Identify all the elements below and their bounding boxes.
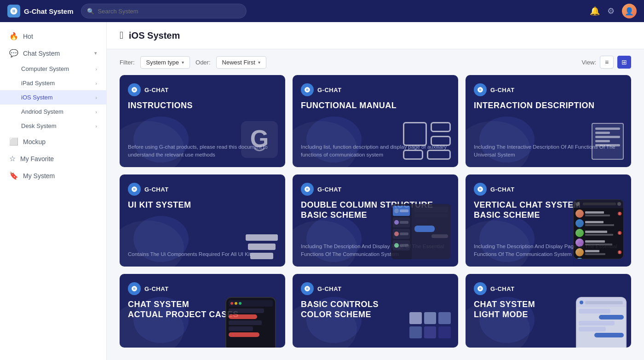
card-title-interaction: INTERACTION DESCRIPTION: [474, 101, 623, 111]
chevron-down-icon: ▾: [94, 50, 97, 56]
list-view-icon: ≡: [605, 58, 609, 66]
sidebar-item-desk-system[interactable]: Desk System ›: [0, 119, 106, 133]
sidebar-item-ipad-system-label: iPad System: [21, 80, 55, 87]
card-visual-chat-light: [576, 297, 631, 348]
dropdown-arrow-icon: ▾: [182, 60, 184, 65]
card-brand-name-basic-controls: G-CHAT: [317, 285, 342, 292]
card-title-functional: FUNCTIONAL MANUAL: [301, 101, 450, 111]
order-label: Oder:: [196, 59, 211, 66]
grid-view-button[interactable]: ⊞: [617, 56, 631, 69]
search-input[interactable]: [98, 8, 241, 15]
chat-system-icon: 💬: [9, 49, 18, 58]
brand-icon-ui-kit: [128, 183, 141, 196]
grid-view-icon: ⊞: [621, 58, 627, 66]
filter-label: Filter:: [120, 59, 135, 66]
brand-icon-basic-controls: [301, 282, 314, 295]
sidebar: 🔥 Hot 💬 Chat System ▾ Computer System › …: [0, 22, 107, 360]
brand-logo[interactable]: G-Chat System: [7, 5, 74, 17]
filter-type-button[interactable]: System type ▾: [140, 56, 190, 69]
card-chat-actual[interactable]: G-CHAT CHAT SYSTEM ACTUAL PROJECT CASES: [120, 274, 285, 348]
card-title-instructions: INSTRUCTIONS: [128, 101, 277, 111]
sidebar-item-ipad-system[interactable]: iPad System ›: [0, 76, 106, 90]
card-brand-instructions: G-CHAT: [128, 83, 277, 96]
card-brand-double-col: G-CHAT: [301, 183, 450, 196]
brand-icon-functional: [301, 83, 314, 96]
card-visual-basic-controls: [409, 312, 451, 338]
filter-type-label: System type: [146, 59, 179, 66]
settings-icon[interactable]: ⚙: [607, 6, 615, 16]
card-visual-instructions: G: [241, 121, 278, 160]
card-brand-name-chat-actual: G-CHAT: [144, 285, 169, 292]
chevron-right-icon-5: ›: [95, 123, 97, 129]
sidebar-item-ios-system[interactable]: iOS System ›: [0, 90, 106, 105]
main-layout: 🔥 Hot 💬 Chat System ▾ Computer System › …: [0, 22, 644, 360]
sidebar-item-hot[interactable]: 🔥 Hot: [0, 28, 106, 45]
card-visual-functional: [403, 122, 451, 160]
card-brand-basic-controls: G-CHAT: [301, 282, 450, 295]
favorite-icon: ☆: [9, 154, 16, 163]
chevron-right-icon-3: ›: [95, 95, 97, 100]
card-visual-double-col: [391, 204, 451, 259]
card-brand-name-vertical-chat: G-CHAT: [490, 186, 515, 193]
filter-order-button[interactable]: Newest First ▾: [216, 56, 266, 69]
sidebar-item-chat-system[interactable]: 💬 Chat System ▾: [0, 45, 106, 62]
brand-icon-double-col: [301, 183, 314, 196]
chevron-right-icon: ›: [95, 66, 97, 72]
user-avatar[interactable]: 👤: [622, 4, 637, 18]
filter-order-value: Newest First: [222, 59, 255, 66]
sidebar-item-my-system-label: My System: [23, 172, 55, 180]
brand-icon-vertical-chat: [474, 183, 487, 196]
brand-icon-chat-light: [474, 282, 487, 295]
card-vertical-chat[interactable]: G-CHAT VERTICAL CHAT SYSTEM BASIC SCHEME…: [466, 174, 631, 267]
card-brand-vertical-chat: G-CHAT: [474, 183, 623, 196]
mockup-icon: ⬜: [9, 137, 18, 146]
sidebar-item-mockup[interactable]: ⬜ Mockup: [0, 133, 106, 150]
nav-right-controls: 🔔 ⚙ 👤: [590, 4, 637, 18]
sidebar-item-chat-system-label: Chat System: [23, 50, 60, 57]
view-label: View:: [581, 59, 596, 66]
chat-system-submenu: Computer System › iPad System › iOS Syst…: [0, 62, 106, 133]
card-visual-ui-kit: [246, 234, 278, 259]
card-brand-functional: G-CHAT: [301, 83, 450, 96]
sidebar-item-mockup-label: Mockup: [23, 138, 46, 145]
sidebar-item-computer-system[interactable]: Computer System ›: [0, 62, 106, 76]
view-controls: View: ≡ ⊞: [581, 56, 631, 69]
notification-icon[interactable]: 🔔: [590, 6, 600, 16]
card-brand-chat-actual: G-CHAT: [128, 282, 277, 295]
card-visual-chat-actual: [225, 297, 281, 348]
brand-name: G-Chat System: [24, 7, 74, 15]
card-basic-controls[interactable]: G-CHAT BASIC CONTROLS COLOR SCHEME: [293, 274, 458, 348]
list-view-button[interactable]: ≡: [600, 56, 614, 69]
card-brand-interaction: G-CHAT: [474, 83, 623, 96]
card-brand-name-chat-light: G-CHAT: [490, 285, 515, 292]
brand-icon-interaction: [474, 83, 487, 96]
page-header:  iOS System: [107, 22, 644, 49]
svg-text:G: G: [250, 125, 269, 152]
card-double-column[interactable]: G-CHAT DOUBLE COLUMN STRUCTURE BASIC SCH…: [293, 174, 458, 267]
card-visual-vertical-chat: 3 1: [573, 199, 624, 259]
brand-icon-chat-actual: [128, 282, 141, 295]
card-interaction-description[interactable]: G-CHAT INTERACTION DESCRIPTION Including…: [466, 75, 631, 167]
page-title: iOS System: [129, 30, 180, 41]
card-brand-chat-light: G-CHAT: [474, 282, 623, 295]
cards-grid: G-CHAT INSTRUCTIONS Before using G-chat …: [107, 75, 644, 359]
sidebar-item-my-favorite-label: My Favorite: [20, 155, 54, 163]
top-navigation: G-Chat System 🔍 🔔 ⚙ 👤: [0, 0, 644, 22]
sidebar-item-desk-system-label: Desk System: [21, 122, 57, 129]
apple-icon: : [120, 29, 123, 41]
search-bar[interactable]: 🔍: [81, 4, 247, 18]
card-functional-manual[interactable]: G-CHAT FUNCTIONAL MANUAL Including list,…: [293, 75, 458, 167]
card-brand-name-instructions: G-CHAT: [144, 87, 169, 93]
card-chat-light[interactable]: G-CHAT CHAT SYSTEM LIGHT MODE: [466, 274, 631, 348]
sidebar-item-my-system[interactable]: 🔖 My System: [0, 167, 106, 184]
card-ui-kit[interactable]: G-CHAT UI KIT SYSTEM Contains The Ui Com…: [120, 174, 285, 267]
filter-bar: Filter: System type ▾ Oder: Newest First…: [107, 49, 644, 75]
brand-icon: [7, 5, 20, 17]
card-brand-name-ui-kit: G-CHAT: [144, 186, 169, 193]
dropdown-arrow-icon-2: ▾: [258, 60, 260, 65]
sidebar-item-andriod-system-label: Andriod System: [21, 108, 63, 115]
card-instructions[interactable]: G-CHAT INSTRUCTIONS Before using G-chat …: [120, 75, 285, 167]
sidebar-item-andriod-system[interactable]: Andriod System ›: [0, 105, 106, 119]
sidebar-item-my-favorite[interactable]: ☆ My Favorite: [0, 150, 106, 167]
search-icon: 🔍: [87, 8, 94, 15]
